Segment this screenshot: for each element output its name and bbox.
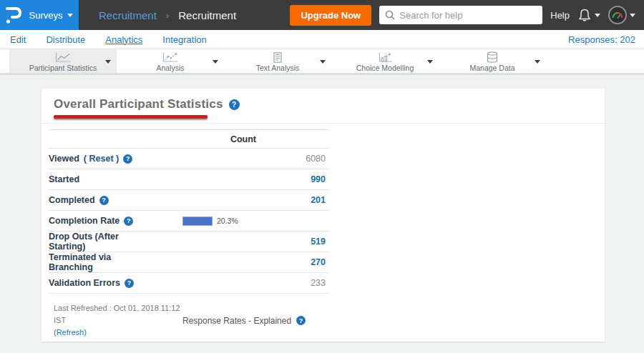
row-value[interactable]: 270: [157, 257, 329, 267]
help-icon[interactable]: ?: [229, 99, 240, 110]
document-icon: [269, 52, 286, 63]
row-value[interactable]: 201: [157, 195, 329, 205]
row-label: Drop Outs (After Starting): [49, 232, 157, 252]
nav-item-analytics[interactable]: Analytics: [105, 34, 142, 45]
count-column-header: Count: [157, 134, 329, 144]
chevron-down-icon[interactable]: [320, 60, 326, 64]
tab-label: Text Analysis: [256, 64, 300, 72]
search-input[interactable]: [379, 6, 542, 24]
upgrade-now-button[interactable]: Upgrade Now: [290, 5, 371, 26]
responses-count[interactable]: Responses: 202: [568, 34, 635, 45]
row-label: Completion Rate: [49, 216, 119, 226]
database-icon: [484, 51, 501, 63]
survey-nav: Edit Distribute Analytics Integration Re…: [0, 30, 644, 49]
help-icon[interactable]: ?: [296, 316, 306, 325]
notifications-menu[interactable]: [577, 8, 600, 23]
tab-text-analysis[interactable]: Text Analysis: [224, 49, 331, 73]
help-icon[interactable]: ?: [125, 279, 134, 288]
breadcrumb-current: Recruitment: [178, 9, 236, 21]
gauge-icon: [611, 10, 624, 20]
chevron-down-icon: [630, 14, 635, 17]
help-icon[interactable]: ?: [124, 217, 133, 226]
help-link[interactable]: Help: [550, 10, 570, 21]
row-value[interactable]: 990: [157, 174, 329, 184]
tab-analysis[interactable]: Analysis: [117, 49, 224, 73]
refresh-link[interactable]: (Refresh): [54, 328, 87, 337]
table-row-started: Started 990: [49, 169, 329, 190]
choice-chart-icon: [376, 52, 394, 63]
card-footer: Last Refreshed : Oct 01, 2018 11:12 IST …: [54, 302, 605, 339]
trend-chart-icon: [162, 52, 179, 63]
table-row-validation-errors: Validation Errors ? 233: [49, 273, 329, 294]
breadcrumb: Recruitment › Recruitment: [99, 9, 236, 21]
divider: [42, 123, 605, 124]
completion-rate-percent: 20.3%: [217, 217, 238, 225]
bell-icon: [577, 8, 592, 23]
table-header-row: Count: [49, 129, 329, 149]
last-refreshed-text: Last Refreshed : Oct 01, 2018 11:12 IST: [54, 304, 180, 324]
statistics-card: Overall Participant Statistics ? Count V…: [42, 89, 605, 342]
row-value[interactable]: 519: [157, 237, 329, 247]
row-label: Validation Errors: [49, 278, 120, 288]
tab-manage-data[interactable]: Manage Data: [439, 49, 546, 73]
surveys-menu[interactable]: Surveys: [29, 10, 74, 21]
completion-rate-bar-fill: [182, 217, 213, 226]
red-underline-annotation: [54, 115, 208, 119]
tab-choice-modelling[interactable]: Choice Modelling: [331, 49, 439, 73]
avatar: [608, 6, 627, 24]
chevron-down-icon[interactable]: [535, 60, 540, 64]
tab-label: Choice Modelling: [356, 64, 414, 72]
chevron-down-icon: [67, 14, 73, 17]
row-value: 233: [157, 278, 329, 288]
row-value: 6080: [157, 154, 329, 164]
help-icon[interactable]: ?: [99, 196, 109, 205]
analytics-toolbar: Participant Statistics Analysis Text Ana…: [0, 49, 644, 75]
chevron-down-icon[interactable]: [427, 60, 433, 64]
table-row-completed: Completed ? 201: [49, 190, 329, 211]
table-row-viewed: Viewed ( Reset ) ? 6080: [49, 149, 329, 169]
participant-statistics-table: Count Viewed ( Reset ) ? 6080 Started 99…: [49, 129, 329, 294]
line-chart-icon: [54, 52, 72, 63]
row-label: Viewed: [49, 154, 79, 164]
tab-participant-statistics[interactable]: Participant Statistics: [9, 49, 117, 73]
help-icon[interactable]: ?: [123, 154, 132, 164]
page-body: Overall Participant Statistics ? Count V…: [0, 75, 644, 353]
response-rates-explained-label: Response Rates - Explained: [182, 316, 291, 326]
table-row-terminated: Terminated via Branching 270: [49, 252, 329, 273]
nav-item-edit[interactable]: Edit: [10, 34, 26, 45]
search-icon: [385, 10, 395, 20]
nav-item-distribute[interactable]: Distribute: [46, 34, 85, 45]
surveys-menu-label: Surveys: [29, 10, 63, 21]
nav-item-integration[interactable]: Integration: [162, 34, 206, 45]
chevron-down-icon[interactable]: [105, 60, 111, 64]
row-label: Started: [49, 174, 79, 184]
breadcrumb-parent[interactable]: Recruitment: [99, 9, 157, 21]
tab-label: Participant Statistics: [29, 64, 97, 72]
breadcrumb-separator-icon: ›: [166, 10, 169, 21]
account-menu[interactable]: [608, 6, 635, 24]
top-header: Surveys Recruitment › Recruitment Upgrad…: [0, 0, 644, 30]
chevron-down-icon[interactable]: [213, 60, 218, 64]
table-row-drop-outs: Drop Outs (After Starting) 519: [49, 232, 329, 252]
questionpro-logo-icon: [6, 6, 21, 24]
reset-link[interactable]: ( Reset ): [84, 154, 119, 164]
tab-label: Manage Data: [469, 64, 514, 72]
app-logo-block[interactable]: Surveys: [0, 0, 79, 30]
page-title: Overall Participant Statistics: [54, 97, 223, 111]
row-label: Terminated via Branching: [49, 252, 157, 272]
table-row-completion-rate: Completion Rate ? 20.3%: [49, 211, 329, 232]
row-label: Completed: [49, 195, 95, 205]
tab-label: Analysis: [156, 64, 184, 72]
chevron-down-icon: [595, 14, 600, 17]
